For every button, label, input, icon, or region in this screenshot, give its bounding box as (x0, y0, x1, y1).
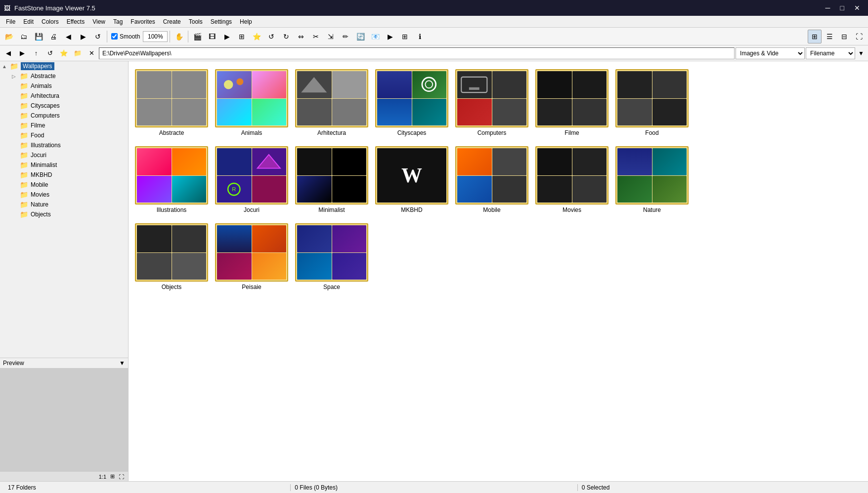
thumb-cell (572, 148, 607, 175)
menu-tag[interactable]: Tag (109, 17, 127, 26)
content-area[interactable]: Abstracte Animals (129, 61, 868, 481)
view-details-btn[interactable]: ⊟ (837, 30, 851, 43)
folder-item-objects[interactable]: Objects (134, 221, 209, 292)
nav-back-btn[interactable]: ◀ (2, 47, 15, 59)
menu-help[interactable]: Help (236, 17, 256, 26)
svg-point-0 (224, 80, 233, 89)
menu-edit[interactable]: Edit (19, 17, 38, 26)
tree-item-minimalist[interactable]: 📁 Minimalist (0, 160, 128, 170)
toolbar-movie-btn[interactable]: 🎬 (190, 30, 204, 43)
sort-combo[interactable]: Filename (806, 47, 855, 59)
tree-item-movies[interactable]: 📁 Movies (0, 190, 128, 200)
menu-file[interactable]: File (2, 17, 19, 26)
toolbar-rotate-left-btn[interactable]: ↺ (264, 30, 278, 43)
toolbar-slideshow-btn[interactable]: ▶ (383, 30, 397, 43)
tree-item-mkbhd[interactable]: 📁 MKBHD (0, 170, 128, 180)
folder-item-jocuri[interactable]: R Jocuri (215, 144, 289, 215)
menu-view[interactable]: View (88, 17, 109, 26)
folder-item-filme[interactable]: Filme (535, 67, 609, 138)
tree-item-animals[interactable]: 📁 Animals (0, 81, 128, 91)
toolbar-play-btn[interactable]: ▶ (220, 30, 234, 43)
zoom-input[interactable]: 100% (143, 31, 168, 42)
toolbar-crop-btn[interactable]: ✂ (309, 30, 323, 43)
view-fullscreen-btn[interactable]: ⛶ (852, 30, 866, 43)
folder-item-minimalist[interactable]: Minimalist (295, 144, 369, 215)
nav-close-btn[interactable]: ✕ (85, 47, 98, 59)
toolbar-reload-btn[interactable]: ↺ (91, 30, 105, 43)
smooth-checkbox[interactable] (111, 33, 118, 40)
menu-settings[interactable]: Settings (207, 17, 236, 26)
view-thumbstrip-btn[interactable]: ⊞ (808, 30, 822, 43)
tree-item-food[interactable]: 📁 Food (0, 130, 128, 140)
nav-refresh-btn[interactable]: ↺ (43, 47, 56, 59)
tree-item-abstracte[interactable]: ▷ 📁 Abstracte (0, 71, 128, 81)
tree-item-root[interactable]: ▲ 📁 Wallpapers (0, 61, 128, 71)
tree-item-cityscapes[interactable]: 📁 Cityscapes (0, 101, 128, 111)
folder-item-space[interactable]: Space (295, 221, 369, 292)
folder-item-animals[interactable]: Animals (215, 67, 289, 138)
preview-expand-btn[interactable]: ⛶ (119, 474, 124, 480)
folder-item-peisaie[interactable]: Peisaie (215, 221, 289, 292)
toolbar-flip-btn[interactable]: ⇔ (294, 30, 308, 43)
menu-favorites[interactable]: Favorites (127, 17, 159, 26)
folder-item-computers[interactable]: Computers (455, 67, 529, 138)
close-button[interactable]: ✕ (850, 3, 864, 13)
toolbar-browse-btn[interactable]: 🗂 (17, 30, 31, 43)
toolbar-save-btn[interactable]: 💾 (32, 30, 45, 43)
sort-direction[interactable]: ▼ (856, 50, 866, 57)
toolbar-email-btn[interactable]: 📧 (368, 30, 382, 43)
toolbar-next-btn[interactable]: ▶ (76, 30, 90, 43)
nav-folder-btn[interactable]: 📁 (71, 47, 84, 59)
folder-item-cityscapes[interactable]: Cityscapes (375, 67, 449, 138)
menu-create[interactable]: Create (159, 17, 185, 26)
folder-label-computers: Computers (477, 129, 507, 136)
maximize-button[interactable]: □ (836, 3, 848, 13)
nav-forward-btn[interactable]: ▶ (16, 47, 29, 59)
toolbar-hand-btn[interactable]: ✋ (172, 30, 186, 43)
folder-item-movies[interactable]: Movies (535, 144, 609, 215)
folder-item-abstracte[interactable]: Abstracte (134, 67, 209, 138)
thumb-cell (137, 71, 172, 98)
preview-collapse-btn[interactable]: ▼ (119, 360, 125, 367)
tree-item-arhitectura[interactable]: 📁 Arhitectura (0, 91, 128, 101)
toolbar-star-btn[interactable]: ⭐ (250, 30, 263, 43)
folder-item-nature[interactable]: Nature (615, 144, 689, 215)
address-bar[interactable] (99, 47, 735, 59)
preview-fit-btn[interactable]: ⊞ (110, 473, 115, 480)
toolbar-convert-btn[interactable]: 🔄 (353, 30, 367, 43)
menu-colors[interactable]: Colors (38, 17, 63, 26)
tree-item-illustrations[interactable]: 📁 Illustrations (0, 140, 128, 150)
view-list-btn[interactable]: ☰ (823, 30, 836, 43)
filter-combo[interactable]: Images & Vide (736, 47, 805, 59)
smooth-checkbox-label[interactable]: Smooth (111, 33, 140, 40)
tree-item-filme[interactable]: 📁 Filme (0, 121, 128, 130)
tree-item-nature[interactable]: 📁 Nature (0, 200, 128, 209)
toolbar-print-btn[interactable]: 🖨 (46, 30, 60, 43)
toolbar-film-btn[interactable]: 🎞 (205, 30, 219, 43)
nav-up-btn[interactable]: ↑ (30, 47, 43, 59)
folder-item-mobile[interactable]: Mobile (455, 144, 529, 215)
tree-item-mobile[interactable]: 📁 Mobile (0, 180, 128, 190)
tree-item-jocuri[interactable]: 📁 Jocuri (0, 150, 128, 160)
thumb-cell (172, 225, 207, 252)
toolbar-prev-btn[interactable]: ◀ (61, 30, 75, 43)
menu-effects[interactable]: Effects (63, 17, 88, 26)
folder-item-arhitectura[interactable]: Arhitectura (295, 67, 369, 138)
minimize-button[interactable]: ─ (822, 3, 834, 13)
toolbar-thumb-btn[interactable]: ⊞ (235, 30, 249, 43)
folder-item-food[interactable]: Food (615, 67, 689, 138)
toolbar-open-btn[interactable]: 📂 (2, 30, 16, 43)
thumb-cell (457, 148, 492, 175)
folder-item-illustrations[interactable]: Illustrations (134, 144, 209, 215)
folder-item-mkbhd[interactable]: W MKBHD (375, 144, 449, 215)
tree-item-objects[interactable]: 📁 Objects (0, 209, 128, 219)
toolbar-info-btn[interactable]: ℹ (413, 30, 427, 43)
menu-tools[interactable]: Tools (185, 17, 207, 26)
tree-scroll-area[interactable]: ▲ 📁 Wallpapers ▷ 📁 Abstracte 📁 Animals 📁… (0, 61, 128, 358)
toolbar-rotate-right-btn[interactable]: ↻ (279, 30, 293, 43)
nav-addfav-btn[interactable]: ⭐ (57, 47, 70, 59)
toolbar-edit-btn[interactable]: ✏ (339, 30, 352, 43)
toolbar-resize-btn[interactable]: ⇲ (324, 30, 338, 43)
tree-item-computers[interactable]: 📁 Computers (0, 111, 128, 121)
toolbar-compare-btn[interactable]: ⊞ (398, 30, 412, 43)
